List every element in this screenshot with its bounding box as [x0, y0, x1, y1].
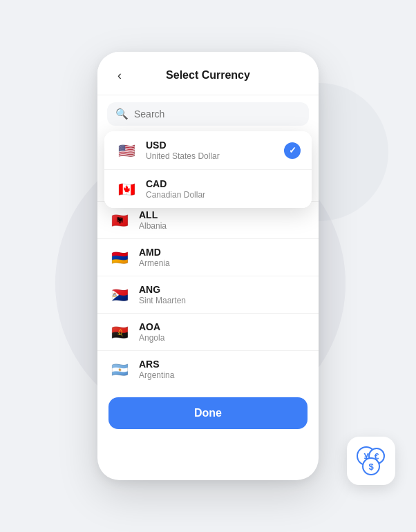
currency-badge: ¥ € $ [347, 437, 395, 485]
usd-code: USD [146, 140, 284, 151]
currency-code: ARS [139, 359, 308, 370]
list-item[interactable]: 🇦🇲 AMD Armenia [97, 239, 319, 276]
currency-name: Argentina [139, 370, 308, 380]
currency-code: AMD [139, 247, 308, 258]
currency-icon: ¥ € $ [354, 444, 388, 478]
selected-check-icon: ✓ [284, 142, 301, 159]
list-item[interactable]: 🇦🇴 AOA Angola [97, 314, 319, 351]
currency-name: Armenia [139, 258, 308, 268]
dropdown-currency-list: 🇺🇸 USD United States Dollar ✓ 🇨🇦 CAD Can… [104, 131, 312, 208]
flag-usd: 🇺🇸 [115, 143, 138, 158]
back-button[interactable]: ‹ [108, 64, 131, 86]
flag-cad: 🇨🇦 [115, 182, 138, 197]
list-item[interactable]: 🇸🇽 ANG Sint Maarten [97, 276, 319, 314]
header: ‹ Select Currency [97, 52, 319, 95]
flag-amd: 🇦🇲 [108, 250, 131, 265]
dropdown-item-usd[interactable]: 🇺🇸 USD United States Dollar ✓ [104, 131, 312, 170]
search-input[interactable] [134, 108, 301, 120]
currency-name: Albania [139, 221, 308, 231]
currency-code: AOA [139, 321, 308, 332]
cad-code: CAD [146, 178, 301, 189]
currency-code: ANG [139, 284, 308, 295]
dropdown-overlay: 🇺🇸 USD United States Dollar ✓ 🇨🇦 CAD Can… [104, 131, 312, 208]
flag-ang: 🇸🇽 [108, 287, 131, 303]
search-bar: 🔍 [107, 102, 309, 126]
phone-frame: ‹ Select Currency 🔍 🇦🇫 AFN Afghanistan 🇦… [97, 52, 319, 480]
currency-name: Sint Maarten [139, 296, 308, 305]
usd-name: United States Dollar [146, 151, 284, 161]
flag-aoa: 🇦🇴 [108, 325, 131, 340]
flag-all: 🇦🇱 [108, 213, 131, 228]
dropdown-item-cad[interactable]: 🇨🇦 CAD Canadian Dollar [104, 170, 312, 208]
done-section: Done [97, 388, 319, 443]
done-button[interactable]: Done [108, 397, 308, 429]
currency-code: ALL [139, 209, 308, 220]
cad-name: Canadian Dollar [146, 190, 301, 200]
svg-text:$: $ [368, 462, 374, 472]
flag-ars: 🇦🇷 [108, 362, 131, 377]
page-title: Select Currency [131, 69, 285, 82]
search-icon: 🔍 [115, 108, 129, 120]
list-item[interactable]: 🇦🇷 ARS Argentina [97, 351, 319, 388]
currency-name: Angola [139, 333, 308, 343]
